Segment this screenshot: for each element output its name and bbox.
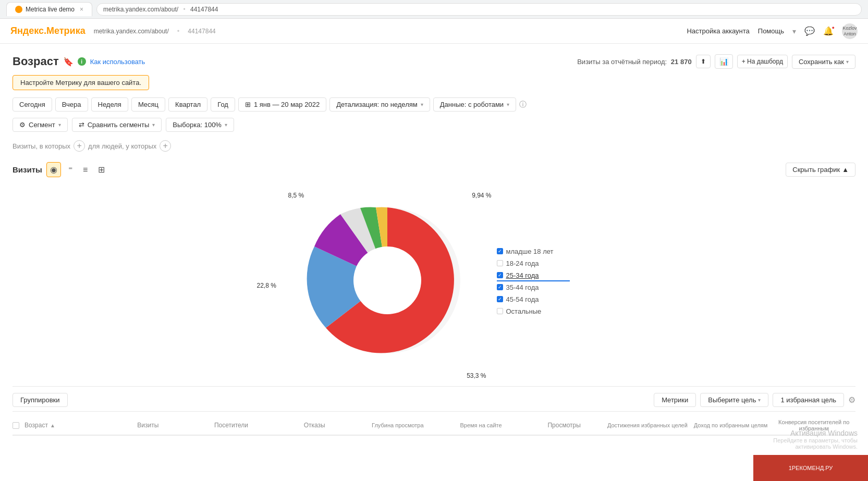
table-section: Группировки Метрики Выберите цель ▾ 1 из…	[13, 386, 855, 436]
chat-icon[interactable]: 💬	[804, 26, 815, 36]
compare-segment-button[interactable]: ⇄ Сравнить сегменты ▾	[72, 118, 162, 132]
donut-view-button[interactable]: ◉	[46, 162, 61, 177]
tab-favicon	[15, 6, 22, 13]
table-view-button[interactable]: ⊞	[95, 163, 108, 177]
metrics-button[interactable]: Метрики	[654, 393, 696, 407]
url-bar[interactable]: metrika.yandex.com/about/ • 44147844	[96, 3, 862, 16]
segment-button[interactable]: ⚙ Сегмент ▾	[13, 118, 68, 132]
donut-svg	[299, 192, 476, 369]
data-chevron-icon: ▾	[507, 102, 509, 107]
select-goal-button[interactable]: Выберите цель ▾	[700, 393, 768, 407]
chevron-down-icon[interactable]: ▾	[792, 27, 796, 35]
bell-icon[interactable]: 🔔●	[823, 26, 834, 36]
col-header-visits[interactable]: Визиты	[106, 422, 190, 429]
today-button[interactable]: Сегодня	[13, 97, 52, 112]
compare-icon: ⇄	[79, 121, 84, 129]
legend-item-2[interactable]: 25-34 года	[497, 272, 570, 279]
compare-label: Сравнить сегменты	[88, 121, 150, 129]
col-visits-label: Визиты	[137, 422, 158, 429]
month-button[interactable]: Месяц	[131, 97, 165, 112]
header-left: Яндекс.Метрика metrika.yandex.com/about/…	[10, 26, 216, 36]
browser-bar: Metrica live demo × metrika.yandex.com/a…	[0, 0, 868, 19]
settings-link[interactable]: Настройка аккаунта	[687, 27, 749, 35]
legend-check-0[interactable]	[497, 248, 503, 254]
chart-title: Визиты	[13, 165, 42, 174]
avatar[interactable]: Kozlov Anton	[842, 23, 858, 39]
legend-item-0[interactable]: младше 18 лет	[497, 248, 570, 255]
url-text: metrika.yandex.com/about/	[103, 6, 178, 13]
visits-label: Визиты за отчётный период: 21 870	[577, 58, 691, 66]
chart-legend: младше 18 лет 18-24 года 25-34 года 35-4…	[497, 248, 570, 315]
sample-button[interactable]: Выборка: 100% ▾	[166, 118, 234, 132]
legend-item-4[interactable]: 45-54 года	[497, 295, 570, 303]
save-button[interactable]: Сохранить как ▾	[792, 55, 855, 69]
legend-check-2[interactable]	[497, 272, 503, 278]
legend-item-5[interactable]: Остальные	[497, 307, 570, 315]
legend-check-3[interactable]	[497, 284, 503, 290]
date-range-button[interactable]: ⊞ 1 янв — 20 мар 2022	[238, 97, 326, 112]
detail-dropdown[interactable]: Детализация: по неделям ▾	[329, 97, 430, 112]
legend-check-4[interactable]	[497, 296, 503, 302]
detail-chevron-icon: ▾	[421, 102, 423, 107]
legend-check-5[interactable]	[497, 308, 503, 314]
add-people-condition-button[interactable]: +	[160, 140, 171, 152]
col-header-views[interactable]: Просмотры	[522, 422, 606, 429]
col-header-conversion[interactable]: Конверсия посетителей по избранным	[772, 419, 855, 431]
visits-in-label: Визиты, в которых	[13, 142, 70, 150]
line-view-button[interactable]: ⁼	[65, 163, 76, 177]
legend-item-1[interactable]: 18-24 года	[497, 260, 570, 267]
bookmark-icon[interactable]: 🔖	[63, 57, 74, 67]
dashboard-label: + На дашборд	[742, 58, 783, 65]
compare-chevron-icon: ▾	[152, 122, 155, 128]
col-bounce-label: Отказы	[304, 422, 325, 429]
col-header-depth[interactable]: Глубина просмотра	[356, 422, 439, 428]
legend-selected-indicator	[497, 280, 570, 281]
table-toolbar: Группировки Метрики Выберите цель ▾ 1 из…	[13, 393, 855, 412]
add-visit-condition-button[interactable]: +	[74, 140, 85, 152]
metrika-settings-button[interactable]: 📊	[715, 54, 733, 69]
header-right: Настройка аккаунта Помощь ▾ 💬 🔔● Kozlov …	[687, 23, 858, 39]
hide-chart-label: Скрыть график	[792, 166, 840, 174]
week-button[interactable]: Неделя	[91, 97, 128, 112]
sort-icon[interactable]: ▲	[50, 423, 55, 428]
visits-text: Визиты за отчётный период:	[577, 58, 667, 66]
help-link[interactable]: Помощь	[758, 27, 784, 35]
yesterday-button[interactable]: Вчера	[55, 97, 88, 112]
hide-chart-button[interactable]: Скрыть график ▲	[786, 163, 855, 177]
how-to-use-link[interactable]: Как использовать	[90, 58, 145, 66]
browser-tab[interactable]: Metrica live demo ×	[6, 2, 92, 16]
col-time-label: Время на сайте	[460, 422, 502, 428]
fav-goal-button[interactable]: 1 избранная цель	[773, 393, 844, 407]
groupings-button[interactable]: Группировки	[13, 393, 68, 407]
table-settings-icon[interactable]: ⚙	[848, 395, 855, 405]
legend-label-2: 25-34 года	[506, 272, 539, 279]
col-header-goals[interactable]: Достижения избранных целей	[606, 422, 689, 428]
legend-label-5: Остальные	[506, 307, 542, 315]
legend-check-1[interactable]	[497, 260, 503, 266]
user-name: Kozlov Anton	[842, 26, 858, 37]
year-button[interactable]: Год	[211, 97, 235, 112]
calendar-icon: ⊞	[245, 101, 251, 108]
col-header-time[interactable]: Время на сайте	[439, 422, 523, 428]
legend-item-3[interactable]: 35-44 года	[497, 283, 570, 291]
notice-text: Настройте Метрику для вашего сайта.	[20, 79, 141, 87]
sample-chevron-icon: ▾	[225, 122, 227, 128]
title-right: Визиты за отчётный период: 21 870 ⬆ 📊 + …	[577, 54, 855, 69]
data-label: Данные: с роботами	[440, 101, 504, 108]
data-dropdown[interactable]: Данные: с роботами ▾	[433, 97, 516, 112]
col-header-revenue[interactable]: Доход по избранным целям	[689, 422, 773, 428]
col-goals-label: Достижения избранных целей	[607, 422, 688, 428]
header-checkbox[interactable]	[13, 422, 19, 429]
legend-label-1: 18-24 года	[506, 260, 539, 267]
bar-view-button[interactable]: ≡	[80, 163, 91, 177]
quarter-button[interactable]: Квартал	[168, 97, 207, 112]
legend-label-0: младше 18 лет	[506, 248, 554, 255]
col-header-bounce[interactable]: Отказы	[273, 422, 356, 429]
export-button[interactable]: ⬆	[696, 55, 711, 68]
dashboard-button[interactable]: + На дашборд	[737, 55, 788, 68]
export-icon: ⬆	[701, 58, 706, 65]
main-content: Возраст 🔖 i Как использовать Визиты за о…	[0, 44, 868, 446]
col-header-visitors[interactable]: Посетители	[190, 422, 273, 429]
label-53-3: 53,3 %	[467, 372, 486, 379]
tab-close[interactable]: ×	[80, 6, 83, 13]
